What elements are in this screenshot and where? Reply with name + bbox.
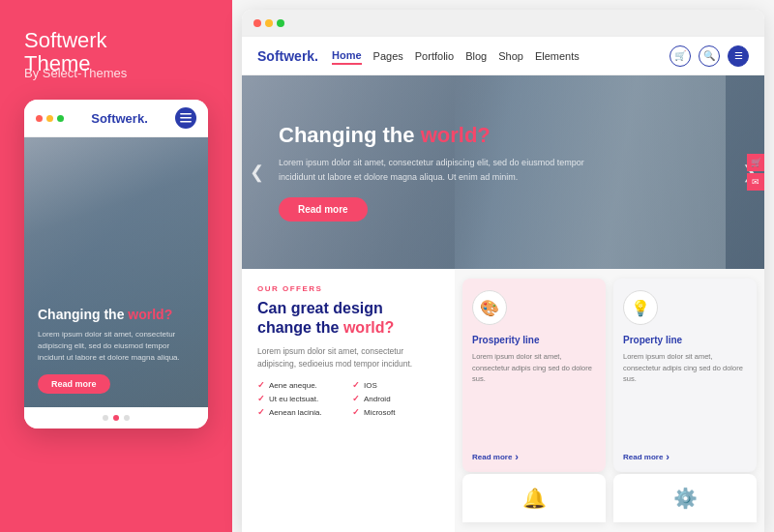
hero-text: Lorem ipsum dolor sit amet, consectetur … <box>279 156 588 184</box>
nav-link-blog[interactable]: Blog <box>465 48 487 64</box>
browser-dot-red <box>253 19 261 27</box>
mobile-slide-dots <box>24 407 208 429</box>
dot-yellow <box>46 115 53 122</box>
bottom-card-1: 🔔 <box>462 474 606 522</box>
dot-green <box>57 115 64 122</box>
mobile-hero-content: Changing the world? Lorem ipsum dolor si… <box>38 306 194 394</box>
below-hero-section: OUR OFFERS Can great design change the w… <box>242 269 764 532</box>
dot-red <box>36 115 43 122</box>
brand-subtitle: By Select-Themes <box>24 66 208 80</box>
mobile-hero-title: Changing the world? <box>38 306 194 323</box>
cards-area: 🎨 Prosperity line Lorem ipsum dolor sit … <box>455 269 764 532</box>
mobile-hero: Changing the world? Lorem ipsum dolor si… <box>24 137 208 407</box>
slide-dot-1[interactable] <box>103 415 108 421</box>
brand-block: Softwerk Theme By Select-Themes <box>24 29 208 80</box>
hero-prev-arrow[interactable]: ❮ <box>250 162 264 183</box>
offers-eyebrow: OUR OFFERS <box>257 284 439 293</box>
feature-3: Aenean lacinia. <box>257 407 344 417</box>
property-card-link[interactable]: Read more <box>623 451 747 462</box>
browser-dot-green <box>277 19 284 27</box>
nav-link-elements[interactable]: Elements <box>535 48 580 64</box>
mobile-mockup: Softwerk. Changing the world? Lorem ipsu… <box>24 100 208 429</box>
mobile-window-dots <box>36 115 64 122</box>
nav-link-portfolio[interactable]: Portfolio <box>415 48 454 64</box>
prosperity-card-text: Lorem ipsum dolor sit amet, consectetur … <box>472 351 596 446</box>
svg-rect-0 <box>180 113 192 115</box>
hero-cta-button[interactable]: Read more <box>279 197 368 222</box>
nav-icons: 🛒 🔍 ☰ <box>670 45 749 67</box>
site-navbar: Softwerk. Home Pages Portfolio Blog Shop… <box>242 37 764 75</box>
cart-icon-btn[interactable]: 🛒 <box>670 45 691 67</box>
strip-btn-1[interactable]: 🛒 <box>747 154 764 171</box>
left-panel: Softwerk Theme By Select-Themes Softwerk… <box>0 0 232 532</box>
mobile-read-more-button[interactable]: Read more <box>38 374 110 394</box>
svg-rect-2 <box>180 121 192 123</box>
menu-icon-btn[interactable]: ☰ <box>728 45 749 67</box>
property-card-icon: 💡 <box>623 290 658 325</box>
offers-text: Lorem ipsum dolor sit amet, consectetur … <box>257 345 439 370</box>
nav-brand[interactable]: Softwerk. <box>257 48 318 64</box>
browser-dot-yellow <box>265 19 273 27</box>
site-hero: ❮ ❯ Changing the world? Lorem ipsum dolo… <box>242 75 764 269</box>
property-card-title: Property line <box>623 334 747 346</box>
feature-4: IOS <box>352 380 439 390</box>
prosperity-card-link[interactable]: Read more <box>472 451 596 462</box>
hero-content: Changing the world? Lorem ipsum dolor si… <box>265 123 588 222</box>
prosperity-card-icon: 🎨 <box>472 290 507 325</box>
cards-row-top: 🎨 Prosperity line Lorem ipsum dolor sit … <box>462 279 757 472</box>
feature-5: Android <box>352 394 439 403</box>
browser-chrome <box>242 10 764 37</box>
bottom-card-2: ⚙️ <box>613 474 757 522</box>
brand-name: Softwerk <box>24 29 208 52</box>
prosperity-card: 🎨 Prosperity line Lorem ipsum dolor sit … <box>462 279 606 472</box>
hamburger-icon <box>180 112 192 124</box>
search-icon-btn[interactable]: 🔍 <box>699 45 720 67</box>
slide-dot-2[interactable] <box>113 415 119 421</box>
browser-window: Softwerk. Home Pages Portfolio Blog Shop… <box>242 10 764 532</box>
feature-6: Microsoft <box>352 407 439 417</box>
nav-links: Home Pages Portfolio Blog Shop Elements <box>332 47 670 65</box>
feature-2: Ut eu lectsuat. <box>257 394 344 403</box>
property-card-text: Lorem ipsum dolor sit amet, consectetur … <box>623 351 747 446</box>
offers-heading: Can great design change the world? <box>257 299 439 338</box>
mobile-top-bar: Softwerk. <box>24 100 208 137</box>
hero-title: Changing the world? <box>279 123 588 148</box>
property-card: 💡 Property line Lorem ipsum dolor sit am… <box>613 279 757 472</box>
mobile-brand: Softwerk. <box>91 111 148 126</box>
feature-1: Aene aneque. <box>257 380 344 390</box>
prosperity-card-title: Prosperity line <box>472 334 596 346</box>
mobile-hero-text: Lorem ipsum dolor sit amet, consectetur … <box>38 329 194 364</box>
slide-dot-3[interactable] <box>124 415 130 421</box>
strip-btn-2[interactable]: ✉ <box>747 173 764 191</box>
bottom-partial-cards: 🔔 ⚙️ <box>462 474 757 522</box>
mobile-menu-icon[interactable] <box>175 107 196 129</box>
svg-rect-1 <box>180 117 192 119</box>
features-list: Aene aneque. IOS Ut eu lectsuat. Android… <box>257 380 439 417</box>
nav-link-pages[interactable]: Pages <box>373 48 403 64</box>
nav-link-shop[interactable]: Shop <box>498 48 523 64</box>
hero-side-strip: 🛒 ✉ <box>747 154 764 191</box>
nav-link-home[interactable]: Home <box>332 47 362 65</box>
browser-window-dots <box>253 19 284 27</box>
offers-section: OUR OFFERS Can great design change the w… <box>242 269 455 532</box>
